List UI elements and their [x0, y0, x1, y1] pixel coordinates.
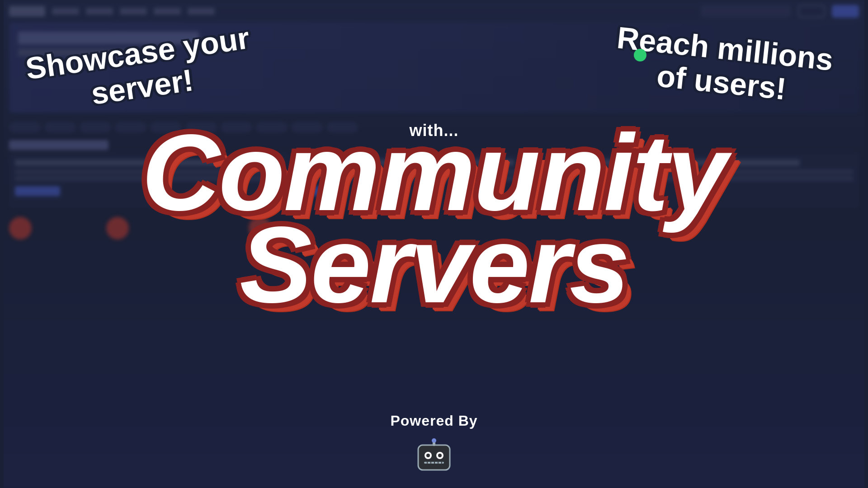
powered-by-text: Powered By [390, 413, 477, 429]
svg-rect-7 [427, 462, 428, 464]
svg-point-4 [426, 454, 430, 457]
edge-right [864, 0, 868, 488]
svg-rect-9 [434, 462, 435, 464]
top-right-headline: Reach millions of users! [612, 20, 835, 110]
green-dot-icon [634, 49, 646, 61]
svg-rect-10 [438, 462, 439, 464]
top-left-headline: Showcase your server! [24, 21, 256, 119]
svg-rect-8 [430, 462, 431, 464]
main-content: Showcase your server! Reach millions of … [0, 0, 868, 488]
svg-rect-0 [418, 445, 450, 470]
main-title-container: Community Servers [140, 127, 728, 311]
bot-icon [416, 438, 452, 474]
svg-point-13 [432, 438, 436, 443]
svg-point-5 [438, 454, 442, 457]
svg-rect-11 [441, 462, 442, 464]
bot-icon-svg [416, 438, 452, 474]
edge-left [0, 0, 4, 488]
